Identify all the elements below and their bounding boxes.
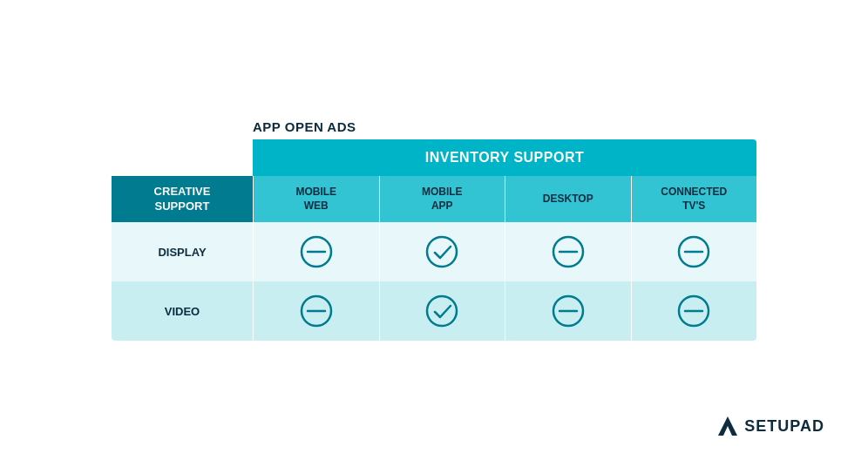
svg-point-2 (427, 237, 457, 267)
setupad-logo-icon (718, 416, 737, 436)
video-mobile-app-cell (379, 281, 505, 341)
logo-container: SETUPAD (718, 416, 824, 436)
display-desktop-cell (505, 222, 631, 281)
video-label: VIDEO (112, 281, 253, 341)
table-title: APP OPEN ADS (112, 119, 756, 134)
video-desktop-cell (505, 281, 631, 341)
svg-marker-14 (718, 416, 737, 436)
col-header-mobile-app: MOBILE APP (379, 176, 505, 223)
comparison-table: INVENTORY SUPPORT CREATIVE SUPPORT MOBIL… (112, 139, 756, 342)
display-row: DISPLAY (112, 222, 756, 281)
page-container: APP OPEN ADS INVENTORY SUPPORT CREATIVE … (0, 0, 868, 460)
minus-icon (551, 234, 586, 269)
subheader-row: CREATIVE SUPPORT MOBILE WEB MOBILE APP D… (112, 176, 756, 223)
col-header-desktop: DESKTOP (505, 176, 631, 223)
minus-icon (299, 294, 334, 328)
display-connected-tv-cell (631, 222, 757, 281)
minus-icon (676, 234, 711, 269)
check-icon (424, 234, 459, 269)
video-connected-tv-cell (631, 281, 757, 341)
corner-cell-top (112, 139, 253, 176)
svg-point-9 (427, 296, 457, 326)
table-wrapper: APP OPEN ADS INVENTORY SUPPORT CREATIVE … (112, 119, 756, 342)
setupad-logo-text: SETUPAD (744, 417, 824, 436)
display-label: DISPLAY (112, 222, 253, 281)
display-mobile-app-cell (379, 222, 505, 281)
minus-icon (299, 234, 334, 269)
video-mobile-web-cell (253, 281, 379, 341)
video-row: VIDEO (112, 281, 756, 341)
inventory-support-header: INVENTORY SUPPORT (253, 139, 756, 176)
display-mobile-web-cell (253, 222, 379, 281)
minus-icon (676, 294, 711, 328)
minus-icon (551, 294, 586, 328)
creative-support-label: CREATIVE SUPPORT (112, 176, 253, 223)
inventory-header-row: INVENTORY SUPPORT (112, 139, 756, 176)
col-header-mobile-web: MOBILE WEB (253, 176, 379, 223)
check-icon (424, 294, 459, 328)
col-header-connected-tv: CONNECTED TV'S (631, 176, 757, 223)
